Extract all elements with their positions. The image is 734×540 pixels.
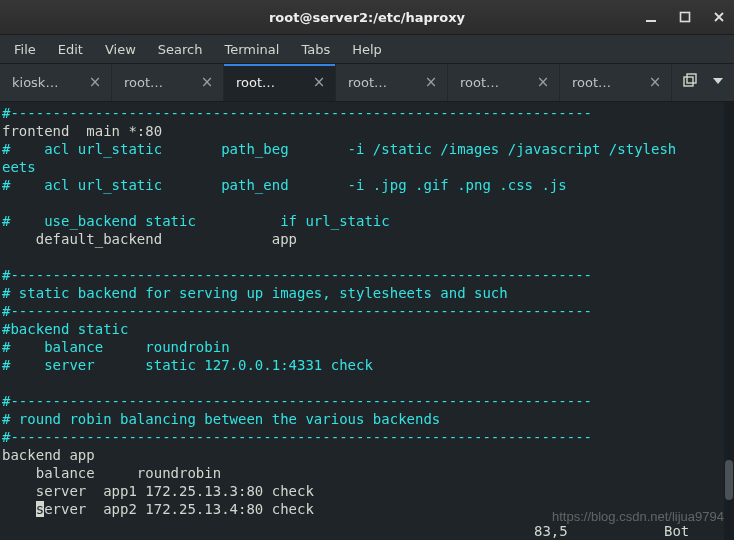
tab-extras xyxy=(672,64,734,101)
menu-terminal[interactable]: Terminal xyxy=(214,38,289,61)
terminal-area[interactable]: #---------------------------------------… xyxy=(0,102,734,540)
menu-edit[interactable]: Edit xyxy=(48,38,93,61)
minimize-button[interactable] xyxy=(642,8,660,26)
new-tab-button[interactable] xyxy=(682,73,698,92)
maximize-button[interactable] xyxy=(676,8,694,26)
close-button[interactable] xyxy=(710,8,728,26)
tab-label: root… xyxy=(348,75,417,90)
tab-label: kiosk… xyxy=(12,75,81,90)
tab-2[interactable]: root…× xyxy=(224,64,336,101)
tab-bar: kiosk…×root…×root…×root…×root…×root…× xyxy=(0,64,734,102)
tab-label: root… xyxy=(460,75,529,90)
tab-menu-button[interactable] xyxy=(712,75,724,90)
scrollbar-thumb[interactable] xyxy=(725,460,733,500)
svg-rect-3 xyxy=(687,74,696,83)
menubar: File Edit View Search Terminal Tabs Help xyxy=(0,35,734,64)
terminal-output[interactable]: #---------------------------------------… xyxy=(0,102,734,540)
svg-rect-0 xyxy=(646,20,656,22)
close-icon[interactable]: × xyxy=(535,75,551,91)
menu-view[interactable]: View xyxy=(95,38,146,61)
menu-search[interactable]: Search xyxy=(148,38,213,61)
close-icon[interactable]: × xyxy=(199,75,215,91)
close-icon[interactable]: × xyxy=(87,75,103,91)
vim-position: 83,5 xyxy=(534,522,664,540)
close-icon[interactable]: × xyxy=(311,75,327,91)
tab-4[interactable]: root…× xyxy=(448,64,560,101)
close-icon[interactable]: × xyxy=(423,75,439,91)
menu-help[interactable]: Help xyxy=(342,38,392,61)
window-controls xyxy=(642,8,728,26)
tab-1[interactable]: root…× xyxy=(112,64,224,101)
tab-label: root… xyxy=(124,75,193,90)
vim-statusline: 83,5 Bot xyxy=(0,522,724,540)
window-title: root@server2:/etc/haproxy xyxy=(0,10,734,25)
svg-rect-2 xyxy=(684,77,693,86)
scrollbar[interactable] xyxy=(724,102,734,540)
tab-0[interactable]: kiosk…× xyxy=(0,64,112,101)
menu-file[interactable]: File xyxy=(4,38,46,61)
close-icon[interactable]: × xyxy=(647,75,663,91)
svg-rect-1 xyxy=(681,13,690,22)
menu-tabs[interactable]: Tabs xyxy=(291,38,340,61)
tab-label: root… xyxy=(236,75,305,90)
tab-3[interactable]: root…× xyxy=(336,64,448,101)
window-titlebar: root@server2:/etc/haproxy xyxy=(0,0,734,35)
vim-percent: Bot xyxy=(664,522,724,540)
tab-5[interactable]: root…× xyxy=(560,64,672,101)
tab-label: root… xyxy=(572,75,641,90)
